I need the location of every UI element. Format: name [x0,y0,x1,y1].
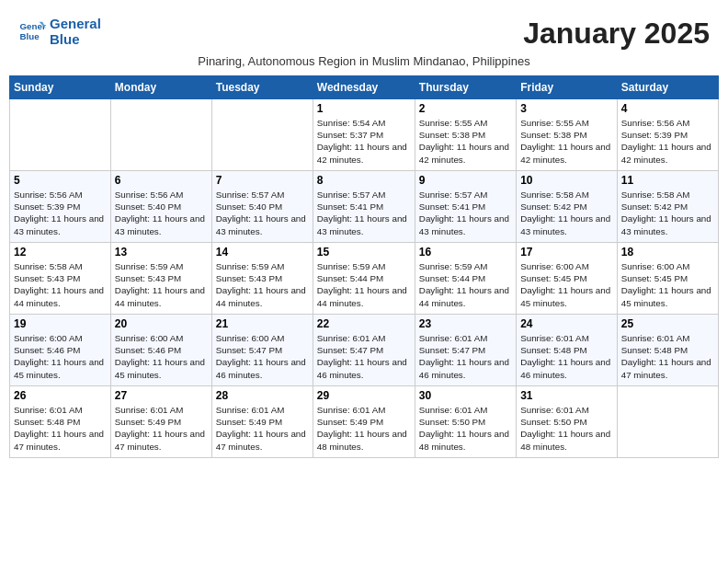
day-number: 15 [317,246,411,259]
day-info: Sunrise: 6:00 AM Sunset: 5:46 PM Dayligh… [14,332,107,381]
calendar-week-row: 12Sunrise: 5:58 AM Sunset: 5:43 PM Dayli… [10,243,719,315]
calendar-cell: 27Sunrise: 6:01 AM Sunset: 5:49 PM Dayli… [110,386,211,458]
day-number: 24 [520,317,613,330]
calendar-week-row: 5Sunrise: 5:56 AM Sunset: 5:39 PM Daylig… [10,171,719,243]
day-number: 13 [115,246,208,259]
calendar-table: SundayMondayTuesdayWednesdayThursdayFrid… [9,75,719,458]
day-info: Sunrise: 6:00 AM Sunset: 5:45 PM Dayligh… [520,260,613,309]
weekday-header-tuesday: Tuesday [211,76,313,99]
day-number: 8 [317,174,411,187]
day-info: Sunrise: 5:59 AM Sunset: 5:43 PM Dayligh… [115,260,208,309]
calendar-cell: 4Sunrise: 5:56 AM Sunset: 5:39 PM Daylig… [617,99,718,171]
calendar-cell: 15Sunrise: 5:59 AM Sunset: 5:44 PM Dayli… [313,243,415,315]
day-number: 28 [216,389,309,402]
day-info: Sunrise: 5:55 AM Sunset: 5:38 PM Dayligh… [520,117,613,166]
calendar-cell: 11Sunrise: 5:58 AM Sunset: 5:42 PM Dayli… [617,171,718,243]
day-info: Sunrise: 5:54 AM Sunset: 5:37 PM Dayligh… [317,117,411,166]
day-info: Sunrise: 5:58 AM Sunset: 5:42 PM Dayligh… [621,189,714,237]
day-info: Sunrise: 5:56 AM Sunset: 5:39 PM Dayligh… [14,189,107,237]
calendar-cell: 17Sunrise: 6:00 AM Sunset: 5:45 PM Dayli… [517,243,618,315]
weekday-header-sunday: Sunday [10,76,111,99]
day-info: Sunrise: 5:57 AM Sunset: 5:40 PM Dayligh… [216,189,309,237]
calendar-cell: 5Sunrise: 5:56 AM Sunset: 5:39 PM Daylig… [10,171,111,243]
day-number: 21 [216,317,309,330]
calendar-cell: 3Sunrise: 5:55 AM Sunset: 5:38 PM Daylig… [517,99,618,171]
weekday-header-wednesday: Wednesday [313,76,415,99]
calendar-cell: 22Sunrise: 6:01 AM Sunset: 5:47 PM Dayli… [313,315,415,386]
day-number: 30 [419,389,512,402]
calendar-cell: 8Sunrise: 5:57 AM Sunset: 5:41 PM Daylig… [313,171,415,243]
calendar-cell: 2Sunrise: 5:55 AM Sunset: 5:38 PM Daylig… [415,99,516,171]
calendar-cell: 26Sunrise: 6:01 AM Sunset: 5:48 PM Dayli… [10,386,111,458]
day-number: 4 [621,102,714,115]
day-info: Sunrise: 6:00 AM Sunset: 5:47 PM Dayligh… [216,332,309,381]
calendar-week-row: 1Sunrise: 5:54 AM Sunset: 5:37 PM Daylig… [10,99,719,171]
weekday-header-saturday: Saturday [617,76,718,99]
calendar-cell: 24Sunrise: 6:01 AM Sunset: 5:48 PM Dayli… [517,315,618,386]
calendar-cell: 18Sunrise: 6:00 AM Sunset: 5:45 PM Dayli… [617,243,718,315]
day-info: Sunrise: 6:01 AM Sunset: 5:50 PM Dayligh… [419,404,512,453]
calendar-cell: 29Sunrise: 6:01 AM Sunset: 5:49 PM Dayli… [313,386,415,458]
day-info: Sunrise: 5:58 AM Sunset: 5:42 PM Dayligh… [520,189,613,237]
calendar-cell [110,99,211,171]
calendar-cell: 19Sunrise: 6:00 AM Sunset: 5:46 PM Dayli… [10,315,111,386]
day-number: 12 [14,246,107,259]
weekday-header-row: SundayMondayTuesdayWednesdayThursdayFrid… [10,76,719,99]
day-info: Sunrise: 5:57 AM Sunset: 5:41 PM Dayligh… [317,189,411,237]
day-number: 25 [621,317,714,330]
day-number: 20 [115,317,208,330]
calendar-cell: 9Sunrise: 5:57 AM Sunset: 5:41 PM Daylig… [415,171,516,243]
logo-icon: General Blue [18,18,46,46]
day-number: 10 [520,174,613,187]
day-number: 5 [14,174,107,187]
day-info: Sunrise: 5:55 AM Sunset: 5:38 PM Dayligh… [419,117,512,166]
day-info: Sunrise: 6:00 AM Sunset: 5:46 PM Dayligh… [115,332,208,381]
calendar-cell: 1Sunrise: 5:54 AM Sunset: 5:37 PM Daylig… [313,99,415,171]
calendar-cell: 20Sunrise: 6:00 AM Sunset: 5:46 PM Dayli… [110,315,211,386]
month-title: January 2025 [523,17,710,51]
svg-text:Blue: Blue [20,30,40,40]
calendar-cell [617,386,718,458]
calendar-cell: 21Sunrise: 6:00 AM Sunset: 5:47 PM Dayli… [211,315,313,386]
calendar-cell: 28Sunrise: 6:01 AM Sunset: 5:49 PM Dayli… [211,386,313,458]
day-info: Sunrise: 5:56 AM Sunset: 5:39 PM Dayligh… [621,117,714,166]
calendar-cell: 12Sunrise: 5:58 AM Sunset: 5:43 PM Dayli… [10,243,111,315]
day-info: Sunrise: 6:01 AM Sunset: 5:49 PM Dayligh… [115,404,208,453]
calendar-cell [10,99,111,171]
day-number: 3 [520,102,613,115]
calendar-cell: 16Sunrise: 5:59 AM Sunset: 5:44 PM Dayli… [415,243,516,315]
day-number: 6 [115,174,208,187]
calendar-cell: 30Sunrise: 6:01 AM Sunset: 5:50 PM Dayli… [415,386,516,458]
day-number: 7 [216,174,309,187]
weekday-header-thursday: Thursday [415,76,516,99]
calendar-cell: 23Sunrise: 6:01 AM Sunset: 5:47 PM Dayli… [415,315,516,386]
day-number: 17 [520,246,613,259]
day-number: 19 [14,317,107,330]
calendar-cell: 6Sunrise: 5:56 AM Sunset: 5:40 PM Daylig… [110,171,211,243]
day-info: Sunrise: 6:01 AM Sunset: 5:48 PM Dayligh… [621,332,714,381]
weekday-header-monday: Monday [110,76,211,99]
day-info: Sunrise: 6:01 AM Sunset: 5:47 PM Dayligh… [317,332,411,381]
day-info: Sunrise: 5:59 AM Sunset: 5:44 PM Dayligh… [317,260,411,309]
calendar-cell: 7Sunrise: 5:57 AM Sunset: 5:40 PM Daylig… [211,171,313,243]
day-info: Sunrise: 5:59 AM Sunset: 5:43 PM Dayligh… [216,260,309,309]
calendar-cell: 13Sunrise: 5:59 AM Sunset: 5:43 PM Dayli… [110,243,211,315]
day-number: 18 [621,246,714,259]
subtitle: Pinaring, Autonomous Region in Muslim Mi… [9,54,719,68]
day-info: Sunrise: 6:01 AM Sunset: 5:49 PM Dayligh… [317,404,411,453]
day-number: 29 [317,389,411,402]
day-number: 14 [216,246,309,259]
logo: General Blue General Blue [18,17,101,47]
logo-line1: General [50,17,101,32]
day-info: Sunrise: 5:57 AM Sunset: 5:41 PM Dayligh… [419,189,512,237]
calendar-cell: 14Sunrise: 5:59 AM Sunset: 5:43 PM Dayli… [211,243,313,315]
day-number: 1 [317,102,411,115]
header: General Blue General Blue January 2025 [9,9,719,51]
logo-line2: Blue [50,32,80,48]
day-number: 23 [419,317,512,330]
day-info: Sunrise: 6:01 AM Sunset: 5:50 PM Dayligh… [520,404,613,453]
weekday-header-friday: Friday [517,76,618,99]
day-info: Sunrise: 6:01 AM Sunset: 5:47 PM Dayligh… [419,332,512,381]
day-info: Sunrise: 6:01 AM Sunset: 5:49 PM Dayligh… [216,404,309,453]
day-info: Sunrise: 5:59 AM Sunset: 5:44 PM Dayligh… [419,260,512,309]
